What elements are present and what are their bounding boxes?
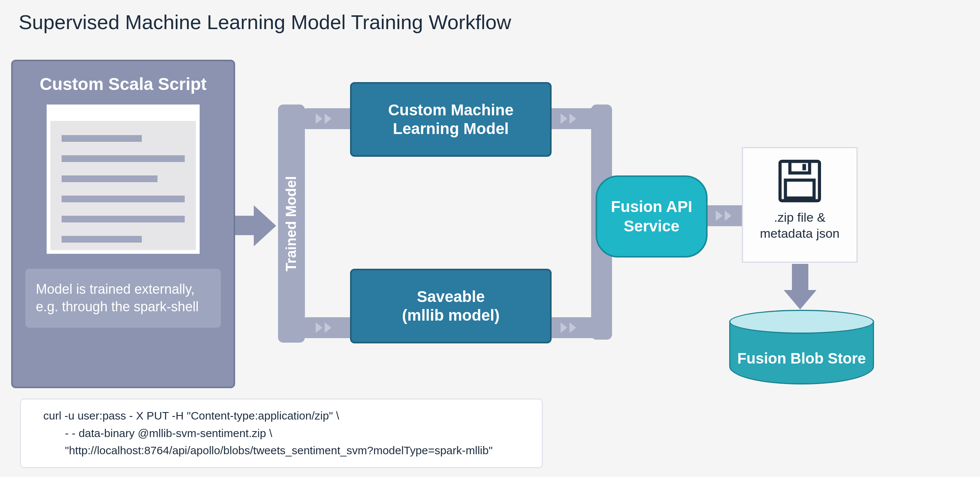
custom-ml-model-label: Custom Machine Learning Model: [388, 101, 514, 138]
fusion-api-service-box: Fusion API Service: [596, 175, 708, 258]
trained-model-bar: Trained Model: [278, 105, 305, 343]
flow-chevrons-icon: [560, 113, 576, 124]
svg-rect-2: [802, 164, 806, 170]
svg-rect-3: [786, 180, 814, 198]
fusion-blob-store-cylinder: Fusion Blob Store: [729, 310, 874, 392]
document-window-icon: [47, 105, 200, 254]
zip-file-card: .zip file & metadata json: [742, 147, 858, 263]
arrow-zip-to-store: [787, 264, 813, 312]
scala-script-panel: Custom Scala Script Model is trained ext…: [11, 60, 235, 388]
scala-panel-title: Custom Scala Script: [25, 74, 221, 94]
fusion-blob-store-label: Fusion Blob Store: [729, 350, 874, 367]
curl-line-1: curl -u user:pass - X PUT -H "Content-ty…: [43, 407, 535, 425]
curl-line-2: - - data-binary @mllib-svm-sentiment.zip…: [43, 425, 535, 442]
floppy-disk-icon: [777, 159, 822, 204]
flow-chevrons-icon: [716, 210, 732, 221]
curl-command-box: curl -u user:pass - X PUT -H "Content-ty…: [20, 399, 542, 468]
flow-chevrons-icon: [560, 323, 576, 333]
diagram-title: Supervised Machine Learning Model Traini…: [19, 10, 511, 33]
trained-model-label: Trained Model: [284, 176, 300, 271]
zip-file-label: .zip file & metadata json: [760, 209, 840, 241]
saveable-model-label: Saveable (mllib model): [402, 288, 500, 325]
scala-panel-caption: Model is trained externally, e.g. throug…: [25, 269, 221, 328]
custom-ml-model-box: Custom Machine Learning Model: [350, 82, 552, 157]
flow-chevrons-icon: [316, 323, 331, 333]
flow-chevrons-icon: [316, 113, 331, 124]
svg-rect-1: [790, 161, 810, 173]
curl-line-3: "http://localhost:8764/api/apollo/blobs/…: [43, 442, 535, 460]
arrow-scala-to-trained: [235, 205, 276, 246]
saveable-model-box: Saveable (mllib model): [350, 269, 552, 343]
fusion-api-service-label: Fusion API Service: [611, 197, 692, 236]
